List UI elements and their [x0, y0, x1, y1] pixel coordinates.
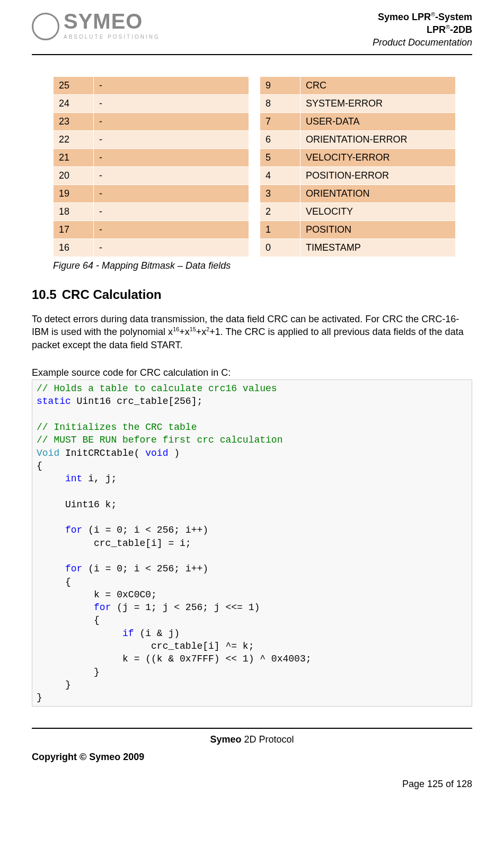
- table-row: 18-: [54, 203, 249, 221]
- bit-number: 6: [260, 131, 300, 149]
- table-row: 24-: [54, 95, 249, 113]
- header-line3: Product Documentation: [373, 37, 472, 49]
- example-label: Example source code for CRC calculation …: [32, 367, 472, 378]
- footer-protocol-b: 2D Protocol: [241, 734, 294, 745]
- table-row: 7USER-DATA: [260, 113, 456, 131]
- table-row: 17-: [54, 221, 249, 239]
- bit-label: TIMESTAMP: [300, 239, 456, 257]
- code-c4: // MUST BE RUN before first crc calculat…: [37, 435, 282, 445]
- logo-text: SYMEO: [64, 11, 160, 32]
- code-l7b: i, j;: [82, 473, 117, 484]
- bit-label: -: [94, 131, 249, 149]
- code-l16a: if: [122, 628, 134, 639]
- para-p1: +x: [179, 327, 190, 337]
- code-l14b: (j = 1; j < 256; j <<= 1): [111, 602, 260, 613]
- table-row: 25-: [54, 77, 249, 95]
- bit-label: -: [94, 185, 249, 203]
- code-l2a: static: [37, 396, 71, 407]
- bit-number: 20: [54, 167, 94, 185]
- para-e2: 15: [190, 326, 196, 332]
- table-row: 3ORIENTATION: [260, 185, 456, 203]
- bit-label: -: [94, 167, 249, 185]
- section-title: CRC Calculation: [62, 287, 162, 302]
- footer-protocol: Symeo 2D Protocol: [32, 734, 472, 745]
- code-c3: // Initializes the CRC table: [37, 422, 197, 433]
- para-e1: 16: [173, 326, 179, 332]
- bit-number: 18: [54, 203, 94, 221]
- table-row: 1POSITION: [260, 221, 456, 239]
- logo-tagline: ABSOLUTE POSITIONING: [64, 34, 160, 40]
- table-row: 22-: [54, 131, 249, 149]
- logo-icon: [32, 13, 59, 40]
- header-line2a: LPR: [427, 24, 446, 35]
- bit-label: SYSTEM-ERROR: [300, 95, 456, 113]
- code-l5d: ): [168, 448, 180, 458]
- code-l14a: for: [94, 602, 111, 613]
- code-l11b: (i = 0; i < 256; i++): [82, 563, 208, 574]
- code-l13: k = 0xC0C0;: [37, 589, 157, 600]
- bit-number: 5: [260, 149, 300, 167]
- section-heading: 10.5CRC Calculation: [32, 287, 472, 302]
- bit-number: 25: [54, 77, 94, 95]
- table-row: 9CRC: [260, 77, 456, 95]
- bit-label: POSITION-ERROR: [300, 167, 456, 185]
- code-l19: }: [37, 667, 100, 677]
- bit-label: ORIENTATION-ERROR: [300, 131, 456, 149]
- bit-number: 7: [260, 113, 300, 131]
- section-number: 10.5: [32, 287, 57, 302]
- code-l5c: void: [145, 448, 168, 458]
- footer-copyright: Copyright © Symeo 2009: [32, 752, 472, 763]
- bit-number: 9: [260, 77, 300, 95]
- bit-label: USER-DATA: [300, 113, 456, 131]
- table-row: 5VELOCITY-ERROR: [260, 149, 456, 167]
- table-row: 16-: [54, 239, 249, 257]
- code-l21: }: [37, 692, 42, 703]
- page-header: SYMEO ABSOLUTE POSITIONING Symeo LPR®-Sy…: [32, 11, 472, 55]
- reg2: ®: [446, 24, 450, 30]
- reg1: ®: [431, 11, 435, 17]
- table-row: 6ORIENTATION-ERROR: [260, 131, 456, 149]
- table-row: 21-: [54, 149, 249, 167]
- code-l6: {: [37, 461, 42, 471]
- bit-label: POSITION: [300, 221, 456, 239]
- crc-paragraph: To detect errors during data transmissio…: [32, 313, 472, 351]
- bit-label: -: [94, 95, 249, 113]
- logo: SYMEO ABSOLUTE POSITIONING: [32, 11, 160, 40]
- table-row: 19-: [54, 185, 249, 203]
- footer-page-number: Page 125 of 128: [32, 779, 472, 790]
- bit-number: 19: [54, 185, 94, 203]
- code-l18: k = ((k & 0x7FFF) << 1) ^ 0x4003;: [37, 654, 311, 664]
- bit-label: ORIENTATION: [300, 185, 456, 203]
- code-l10: crc_table[i] = i;: [37, 538, 191, 549]
- bit-number: 23: [54, 113, 94, 131]
- bit-number: 3: [260, 185, 300, 203]
- code-l17: crc_table[i] ^= k;: [37, 641, 254, 651]
- code-l9a: for: [65, 525, 82, 535]
- code-l11a: for: [65, 563, 82, 574]
- table-row: 8SYSTEM-ERROR: [260, 95, 456, 113]
- bit-label: -: [94, 113, 249, 131]
- code-l7a: int: [65, 473, 82, 484]
- bit-label: -: [94, 203, 249, 221]
- bit-label: -: [94, 77, 249, 95]
- bit-label: -: [94, 221, 249, 239]
- right-bit-table: 9CRC8SYSTEM-ERROR7USER-DATA6ORIENTATION-…: [260, 76, 456, 257]
- para-p2: +x: [196, 327, 207, 337]
- code-l15: {: [37, 615, 100, 625]
- footer-rule: [32, 728, 472, 729]
- code-c1: // Holds a table to calculate crc16 valu…: [37, 383, 277, 394]
- code-l5b: InitCRCtable(: [59, 448, 145, 458]
- footer-protocol-a: Symeo: [210, 734, 241, 745]
- bit-label: CRC: [300, 77, 456, 95]
- table-row: 23-: [54, 113, 249, 131]
- bit-label: VELOCITY: [300, 203, 456, 221]
- bit-label: -: [94, 149, 249, 167]
- bit-number: 22: [54, 131, 94, 149]
- bit-number: 8: [260, 95, 300, 113]
- code-l9b: (i = 0; i < 256; i++): [82, 525, 208, 535]
- bit-number: 21: [54, 149, 94, 167]
- code-block: // Holds a table to calculate crc16 valu…: [32, 380, 472, 707]
- bit-number: 4: [260, 167, 300, 185]
- bit-label: VELOCITY-ERROR: [300, 149, 456, 167]
- code-l8: Uint16 k;: [37, 499, 117, 510]
